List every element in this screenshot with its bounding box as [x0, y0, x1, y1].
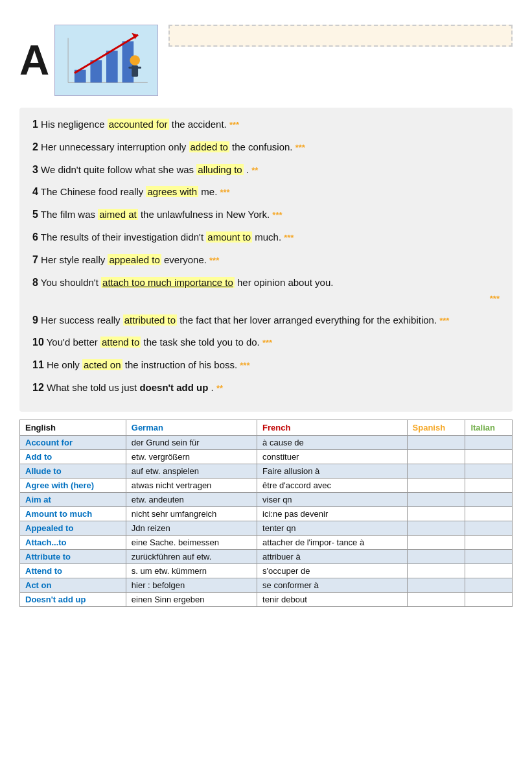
sentence-num-1: 1 — [32, 119, 38, 130]
sentence-2-highlight: added to — [189, 141, 229, 152]
sentence-num-8: 8 — [32, 277, 38, 288]
svg-rect-11 — [136, 67, 141, 69]
sentence-6-after: much. — [255, 231, 284, 243]
sentence-7-highlight: appealed to — [108, 254, 161, 265]
table-cell-german: zurückführen auf etw. — [126, 549, 257, 563]
sentence-7-before: Her style really — [41, 254, 108, 265]
table-cell-spanish — [407, 549, 465, 563]
sentence-5-after: the unlawfulness in New York. — [141, 209, 272, 220]
sentence-5-highlight: aimed at — [98, 209, 138, 220]
sentence-8-after: her opinion about you. — [237, 277, 333, 288]
table-row: Amount to muchnicht sehr umfangreichici:… — [20, 506, 513, 521]
sentence-10-before: You'd better — [47, 337, 100, 348]
svg-rect-10 — [129, 67, 134, 69]
sentence-2-before: Her unnecessary interruption only — [41, 141, 189, 152]
table-cell-italian — [465, 535, 513, 549]
table-cell-spanish — [407, 592, 465, 606]
table-cell-italian — [465, 592, 513, 606]
table-cell-italian — [465, 478, 513, 492]
table-row: Agree with (here)atwas nicht vertragenêt… — [20, 478, 513, 492]
sentence-11: 11 He only acted on the instruction of h… — [32, 357, 500, 373]
table-cell-spanish — [407, 563, 465, 578]
table-cell-italian — [465, 449, 513, 464]
table-cell-german: auf etw. anspielen — [126, 464, 257, 478]
table-cell-english: Appealed to — [20, 521, 126, 535]
sentence-3-highlight: alluding to — [196, 164, 243, 175]
sentence-num-5: 5 — [32, 209, 38, 220]
sentence-8-stars: *** — [490, 294, 500, 303]
table-cell-spanish — [407, 535, 465, 549]
table-row: Aim atetw. andeutenviser qn — [20, 492, 513, 506]
table-cell-german: der Grund sein für — [126, 435, 257, 449]
table-cell-english: Amount to much — [20, 506, 126, 521]
table-cell-spanish — [407, 435, 465, 449]
table-cell-english: Attribute to — [20, 549, 126, 563]
sentence-4-highlight: agrees with — [146, 186, 198, 197]
sentence-10-stars: *** — [262, 338, 272, 348]
sentences-area: 1 His negligence accounted for the accid… — [19, 108, 513, 412]
table-cell-french: s'occuper de — [257, 563, 408, 578]
table-cell-english: Doesn't add up — [20, 592, 126, 606]
sentence-1-highlight: accounted for — [108, 119, 169, 130]
sentence-12-before: What she told us just — [47, 382, 139, 393]
table-cell-french: Faire allusion à — [257, 464, 408, 478]
sentence-5-stars: *** — [272, 210, 282, 220]
table-cell-italian — [465, 492, 513, 506]
table-cell-french: être d'accord avec — [257, 478, 408, 492]
sentence-7-stars: *** — [209, 255, 219, 265]
table-cell-french: attribuer à — [257, 549, 408, 563]
table-cell-english: Act on — [20, 578, 126, 592]
table-row: Act onhier : befolgense conformer à — [20, 578, 513, 592]
sentence-6: 6 The results of their investigation did… — [32, 230, 500, 246]
svg-rect-5 — [106, 51, 118, 82]
svg-point-8 — [130, 55, 141, 65]
table-row: Account forder Grund sein fürà cause de — [20, 435, 513, 449]
col-french: French — [257, 420, 408, 435]
sentence-num-3: 3 — [32, 164, 38, 175]
table-cell-french: attacher de l'impor- tance à — [257, 535, 408, 549]
sentence-3: 3 We didn't quite follow what she was al… — [32, 162, 500, 178]
sentence-7: 7 Her style really appealed to everyone.… — [32, 252, 500, 268]
table-cell-english: Attend to — [20, 563, 126, 578]
vocab-table: English German French Spanish Italian Ac… — [19, 420, 513, 607]
table-cell-italian — [465, 435, 513, 449]
sentence-2: 2 Her unnecessary interruption only adde… — [32, 139, 500, 156]
sentence-1-before: His negligence — [41, 119, 108, 130]
table-row: Appealed toJdn reizententer qn — [20, 521, 513, 535]
table-cell-spanish — [407, 506, 465, 521]
sentence-4-stars: *** — [220, 187, 229, 197]
table-cell-french: viser qn — [257, 492, 408, 506]
col-spanish: Spanish — [407, 420, 465, 435]
table-cell-spanish — [407, 449, 465, 464]
table-cell-french: tenter qn — [257, 521, 408, 535]
sentence-6-stars: *** — [284, 233, 294, 243]
table-cell-french: ici:ne pas devenir — [257, 506, 408, 521]
table-row: Attend tos. um etw. kümmerns'occuper de — [20, 563, 513, 578]
sentence-11-before: He only — [47, 359, 82, 370]
sentence-num-10: 10 — [32, 337, 44, 348]
sentence-num-2: 2 — [32, 141, 38, 152]
sentence-9-before: Her success really — [41, 314, 123, 326]
col-italian: Italian — [465, 420, 513, 435]
sentence-12-after: . — [211, 382, 216, 393]
sentence-2-stars: *** — [295, 143, 305, 152]
sentence-10-highlight: attend to — [100, 337, 141, 348]
sentence-num-7: 7 — [32, 254, 38, 265]
sentence-num-6: 6 — [32, 231, 38, 243]
table-cell-spanish — [407, 492, 465, 506]
table-cell-english: Agree with (here) — [20, 478, 126, 492]
table-cell-french: à cause de — [257, 435, 408, 449]
sentence-12-bold: doesn't add up — [139, 382, 208, 393]
sentence-2-after: the confusion. — [232, 141, 295, 152]
table-cell-french: se conformer à — [257, 578, 408, 592]
table-cell-english: Add to — [20, 449, 126, 464]
table-row: Doesn't add upeinen Sinn ergebentenir de… — [20, 592, 513, 606]
col-english: English — [20, 420, 126, 435]
sentence-9-after: the fact that her lover arranged everyth… — [179, 314, 439, 326]
sentence-12-stars: ** — [216, 383, 223, 393]
table-cell-italian — [465, 521, 513, 535]
table-cell-english: Aim at — [20, 492, 126, 506]
sentence-7-after: everyone. — [164, 254, 209, 265]
sentence-4-before: The Chinese food really — [41, 186, 146, 197]
sentence-9-highlight: attributed to — [123, 314, 177, 326]
